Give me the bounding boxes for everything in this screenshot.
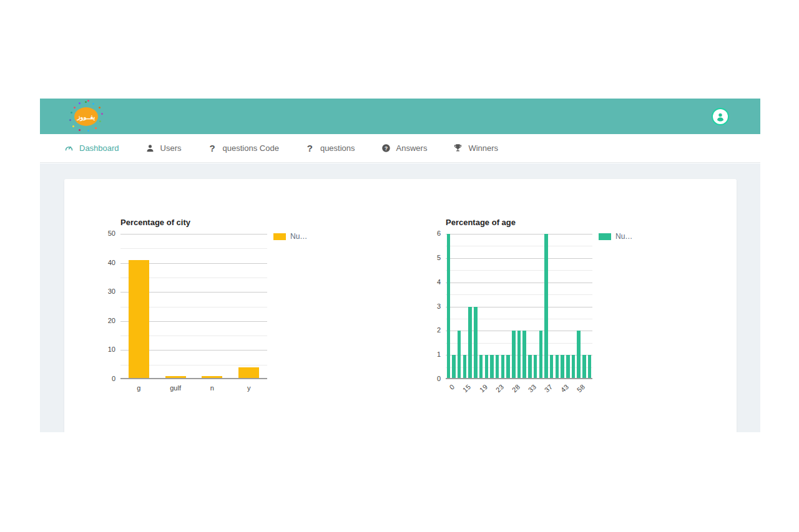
nav-item-label: questions — [320, 143, 355, 153]
svg-text:?: ? — [384, 145, 387, 152]
legend-swatch — [273, 233, 286, 240]
bar[interactable] — [572, 355, 575, 378]
legend-swatch — [599, 233, 611, 240]
gridline — [120, 234, 267, 235]
y-axis-tick-label: 3 — [422, 302, 441, 310]
gridline — [446, 294, 592, 295]
gridline — [446, 283, 592, 283]
user-avatar-icon — [715, 111, 726, 122]
x-axis-tick-label: y — [230, 384, 267, 392]
charts-card: Percentage of city Nu… 01020304050ggulfn… — [64, 179, 737, 432]
age-chart: Percentage of age Nu… 012345601519232833… — [421, 213, 689, 400]
x-axis-line — [446, 378, 592, 379]
nav-item-label: Winners — [468, 143, 498, 153]
bar[interactable] — [202, 376, 222, 378]
gridline — [120, 248, 267, 249]
x-axis-tick-label: gulf — [157, 384, 194, 392]
bar[interactable] — [452, 355, 455, 378]
bar[interactable] — [522, 331, 526, 378]
nav-item-dashboard[interactable]: Dashboard — [64, 143, 119, 153]
chart-legend: Nu… — [599, 233, 632, 241]
y-axis-tick-label: 1 — [422, 351, 441, 358]
nav-item-winners[interactable]: Winners — [453, 143, 498, 153]
bar[interactable] — [479, 355, 483, 378]
question-icon: ? — [305, 143, 315, 153]
y-axis-tick-label: 0 — [97, 375, 115, 382]
bar[interactable] — [550, 355, 553, 378]
bar[interactable] — [534, 355, 537, 378]
nav-item-answers[interactable]: ? Answers — [381, 143, 428, 153]
bar[interactable] — [512, 331, 515, 378]
bar[interactable] — [490, 355, 493, 378]
nav-item-label: Dashboard — [79, 143, 119, 153]
bar[interactable] — [539, 331, 542, 378]
bar[interactable] — [528, 355, 531, 378]
bar[interactable] — [238, 367, 259, 378]
legend-label: Nu… — [615, 233, 632, 241]
y-axis-tick-label: 2 — [422, 326, 441, 334]
nav-item-questions[interactable]: ? questions — [305, 143, 355, 153]
bar[interactable] — [561, 355, 564, 378]
bar[interactable] — [485, 355, 488, 378]
nav-item-users[interactable]: Users — [145, 143, 182, 153]
chart-legend: Nu… — [273, 233, 307, 241]
app-header: يفــووز — [40, 99, 760, 134]
bar[interactable] — [582, 355, 586, 378]
bar[interactable] — [468, 307, 471, 379]
user-avatar-button[interactable] — [713, 109, 728, 124]
logo[interactable]: يفــووز — [69, 100, 104, 133]
bar[interactable] — [129, 260, 149, 378]
chart-plot-area — [120, 234, 267, 379]
bar[interactable] — [588, 355, 591, 378]
bar[interactable] — [165, 376, 186, 378]
y-axis-tick-label: 40 — [97, 259, 115, 266]
app-frame: يفــووز Dashboard Users — [40, 99, 760, 432]
gridline — [446, 246, 592, 246]
bar[interactable] — [506, 355, 509, 378]
bar[interactable] — [496, 355, 499, 378]
y-axis-tick-label: 20 — [97, 317, 115, 324]
user-icon — [145, 143, 155, 153]
gridline — [446, 307, 592, 307]
city-chart: Percentage of city Nu… 01020304050ggulfn… — [96, 213, 364, 400]
chart-title: Percentage of city — [120, 218, 190, 227]
bar[interactable] — [517, 331, 521, 378]
bar[interactable] — [556, 355, 559, 378]
chart-plot-area — [446, 234, 592, 379]
bar[interactable] — [458, 331, 461, 378]
gauge-icon — [64, 143, 74, 153]
x-axis-tick-label: n — [194, 384, 231, 392]
gridline — [446, 234, 592, 235]
bar[interactable] — [544, 234, 547, 378]
nav-item-label: Answers — [396, 143, 428, 153]
chart-title: Percentage of age — [446, 218, 516, 227]
help-circle-icon: ? — [381, 143, 391, 153]
trophy-icon — [453, 143, 463, 153]
bar[interactable] — [501, 355, 504, 378]
y-axis-tick-label: 6 — [422, 230, 441, 237]
bar[interactable] — [566, 355, 569, 378]
bar[interactable] — [474, 307, 477, 379]
gridline — [446, 270, 592, 271]
nav-item-label: questions Code — [223, 143, 279, 153]
nav-item-questions-code[interactable]: ? questions Code — [208, 143, 279, 153]
y-axis-tick-label: 4 — [422, 278, 441, 286]
gridline — [446, 258, 592, 259]
y-axis-tick-label: 30 — [97, 288, 115, 295]
bar[interactable] — [463, 355, 466, 378]
nav-bar: Dashboard Users ? questions Code ? quest… — [40, 134, 760, 163]
y-axis-tick-label: 10 — [97, 346, 115, 353]
gridline — [446, 319, 592, 319]
content-area: Percentage of city Nu… 01020304050ggulfn… — [40, 163, 760, 432]
x-axis-line — [120, 378, 267, 379]
nav-item-label: Users — [160, 143, 182, 153]
confetti-decoration — [70, 102, 72, 104]
question-icon: ? — [208, 143, 217, 153]
bar[interactable] — [577, 331, 580, 378]
y-axis-tick-label: 0 — [422, 375, 441, 382]
y-axis-tick-label: 5 — [422, 254, 441, 261]
bar[interactable] — [447, 234, 450, 378]
y-axis-tick-label: 50 — [97, 230, 115, 237]
x-axis-tick-label: g — [120, 384, 157, 392]
logo-text: يفــووز — [74, 107, 98, 126]
